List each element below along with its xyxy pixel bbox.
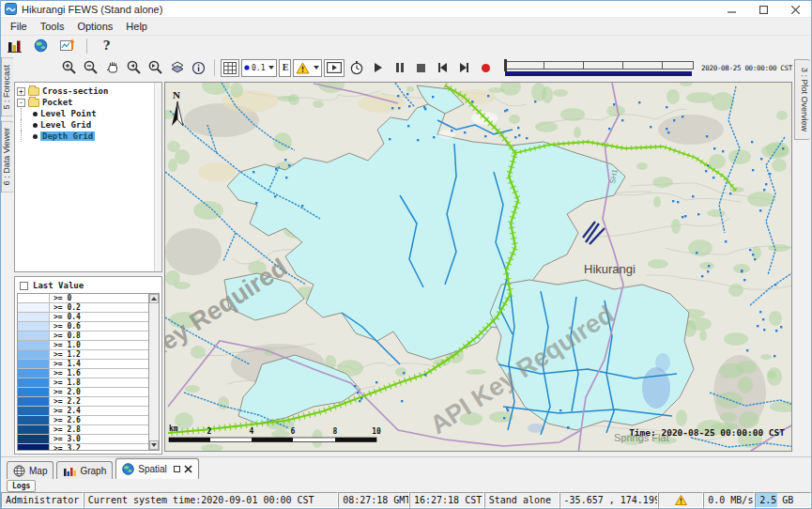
legend-swatch <box>18 416 50 424</box>
tree-label-selected[interactable]: Depth Grid <box>40 131 95 141</box>
menu-options[interactable]: Options <box>70 19 119 34</box>
view-tab-bar: Map Graph Spatial <box>1 456 811 479</box>
tree-row[interactable]: + Cross-section <box>17 85 161 97</box>
logs-button[interactable]: Logs <box>7 480 36 492</box>
status-mode: Stand alone <box>484 492 559 508</box>
help-icon[interactable]: ? <box>97 37 116 55</box>
globe-icon[interactable] <box>31 37 51 55</box>
legend-entry: >= 2.4 <box>18 407 148 416</box>
legend-label: >= 1.2 <box>50 350 148 359</box>
svg-text:10: 10 <box>372 427 381 436</box>
legend-swatch <box>18 407 50 415</box>
minimize-button[interactable] <box>715 1 747 18</box>
legend-swatch <box>18 350 50 359</box>
collapse-icon[interactable]: - <box>17 99 25 107</box>
title-bar[interactable]: Hikurangi FEWS (Stand alone) <box>1 1 811 18</box>
scroll-down-icon[interactable] <box>149 440 159 450</box>
pause-icon[interactable] <box>390 58 409 77</box>
play-icon[interactable] <box>368 58 388 77</box>
status-memory: 2.5 GB <box>755 492 811 508</box>
tree-scrollbar[interactable] <box>154 83 161 271</box>
legend-entry: >= 1.8 <box>18 378 148 388</box>
menu-file[interactable]: File <box>4 19 34 34</box>
legend-label: >= 2.8 <box>50 425 148 434</box>
timer-icon[interactable] <box>346 58 366 77</box>
legend-label: >= 0 <box>50 294 148 302</box>
tree-row[interactable]: Level Point <box>17 108 161 119</box>
last-frame-icon[interactable] <box>454 58 474 77</box>
stop-icon[interactable] <box>411 58 431 77</box>
layer-tree-panel: + Cross-section - Pocket Level Point <box>14 82 162 272</box>
legend-label: >= 3.0 <box>50 435 148 443</box>
explorer-icon[interactable] <box>5 37 24 55</box>
svg-text:4: 4 <box>250 427 254 436</box>
bar-chart-icon <box>63 465 76 477</box>
legend-swatch <box>18 313 50 321</box>
right-tab-strip: 3 : Plot Overview <box>792 55 811 456</box>
expand-icon[interactable]: + <box>17 87 25 96</box>
last-value-checkbox[interactable] <box>20 282 28 290</box>
time-slider-handle[interactable] <box>504 59 507 71</box>
legend-swatch <box>18 435 50 443</box>
tab-graph[interactable]: Graph <box>56 461 113 479</box>
tree-row[interactable]: - Pocket <box>17 97 161 108</box>
layers-icon[interactable] <box>167 58 187 77</box>
legend-label: >= 0.2 <box>50 303 148 312</box>
tab-forecast[interactable]: 5 : Forecast <box>1 57 13 117</box>
legend-swatch <box>18 425 50 434</box>
globe-icon <box>122 463 134 475</box>
status-gmt-time: 08:27:18 GMT <box>338 492 409 508</box>
grid-icon[interactable] <box>221 59 239 77</box>
zoom-in-icon[interactable] <box>59 58 79 77</box>
legend-entry: >= 1.6 <box>18 369 148 378</box>
tab-graph-label: Graph <box>80 466 106 476</box>
warning-dropdown[interactable] <box>293 59 322 77</box>
tab-spatial[interactable]: Spatial <box>115 458 199 479</box>
timeseries-icon[interactable] <box>57 37 77 55</box>
legend-label: >= 1.6 <box>50 369 148 378</box>
tab-map[interactable]: Map <box>7 461 54 479</box>
maximize-panel-icon[interactable] <box>174 466 180 472</box>
legend-entry: >= 1.2 <box>18 350 148 360</box>
legend-label: >= 2.4 <box>50 407 148 415</box>
status-warning-icon[interactable] <box>658 492 703 508</box>
legend-swatch <box>18 303 50 312</box>
scroll-up-icon[interactable] <box>149 294 159 303</box>
record-icon[interactable] <box>476 58 496 77</box>
zoom-out-icon[interactable] <box>81 58 100 77</box>
tree-label[interactable]: Level Grid <box>40 120 91 130</box>
menu-tools[interactable]: Tools <box>34 19 71 34</box>
animation-icon[interactable] <box>324 59 345 77</box>
legend-table: >= 0>= 0.2>= 0.4>= 0.6>= 0.8>= 1.0>= 1.2… <box>17 293 160 451</box>
time-slider[interactable] <box>505 59 694 76</box>
legend-scrollbar[interactable] <box>148 294 159 450</box>
logs-row: Logs <box>1 479 811 492</box>
tab-plot-overview[interactable]: 3 : Plot Overview <box>794 59 810 140</box>
tree-label[interactable]: Cross-section <box>42 86 108 96</box>
threshold-dropdown[interactable]: 0.1 <box>241 59 277 77</box>
info-icon[interactable] <box>189 58 208 77</box>
folder-icon <box>28 99 39 107</box>
tree-row[interactable]: Level Grid <box>17 119 161 131</box>
maximize-button[interactable] <box>747 1 779 18</box>
map-view[interactable]: API Key Required API Key Required Hikura… <box>164 82 792 452</box>
first-frame-icon[interactable] <box>433 58 452 77</box>
ruler-icon[interactable]: E <box>279 59 291 77</box>
status-bar: Administrator Current system time:2020-0… <box>1 492 811 508</box>
legend-entry: >= 2.8 <box>18 425 148 435</box>
close-button[interactable] <box>779 1 811 18</box>
tree-label[interactable]: Level Point <box>40 109 97 118</box>
menu-help[interactable]: Help <box>119 19 154 34</box>
zoom-previous-icon[interactable] <box>124 58 144 77</box>
pan-icon[interactable] <box>102 58 122 77</box>
legend-label: >= 3.2 <box>50 444 148 451</box>
close-panel-icon[interactable] <box>184 465 192 473</box>
zoom-next-icon[interactable] <box>146 58 165 77</box>
tree-row-selected[interactable]: Depth Grid <box>17 131 161 142</box>
app-window: Hikurangi FEWS (Stand alone) File Tools … <box>0 0 812 509</box>
tree-label[interactable]: Pocket <box>42 98 73 107</box>
legend-swatch <box>18 341 50 349</box>
tab-data-viewer[interactable]: 6 : Data Viewer <box>1 120 13 193</box>
main-area: 5 : Forecast 6 : Data Viewer 3 : Plot Ov… <box>1 55 811 456</box>
legend-label: >= 2.6 <box>50 416 148 424</box>
